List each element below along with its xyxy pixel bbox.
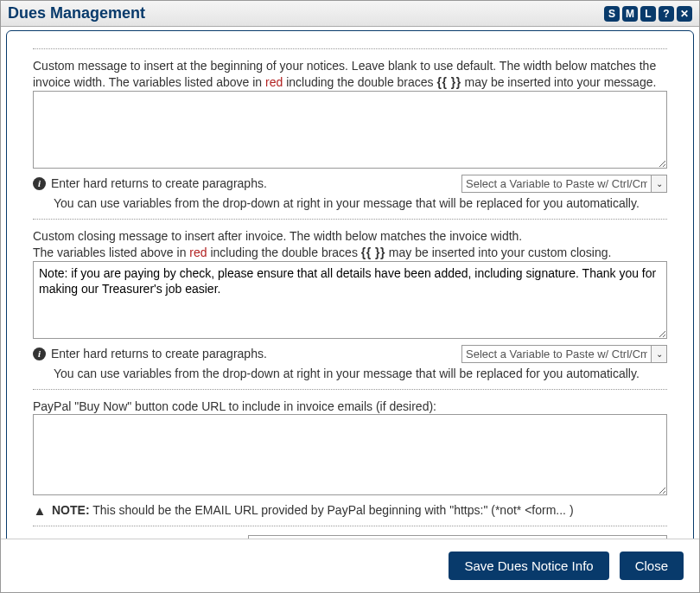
closing-message-info-row: i Enter hard returns to create paragraph… [33,345,667,363]
custom-message-variable-select[interactable]: Select a Variable to Paste w/ Ctrl/Cmd-V [461,175,652,193]
chevron-down-icon[interactable]: ⌄ [652,175,667,193]
divider [33,526,667,526]
size-l-button[interactable]: L [640,6,656,22]
text: may be inserted into your message. [461,75,657,89]
variable-select-wrap: Select a Variable to Paste w/ Ctrl/Cmd-V… [461,345,667,363]
titlebar: Dues Management S M L ? ✕ [1,1,699,27]
note-text: This should be the EMAIL URL provided by… [90,503,574,517]
text-braces: {{ }} [436,75,461,89]
divider [33,48,667,49]
size-s-button[interactable]: S [604,6,620,22]
custom-message-textarea[interactable] [33,91,667,169]
variable-select-wrap: Select a Variable to Paste w/ Ctrl/Cmd-V… [461,175,667,193]
text-braces: {{ }} [361,245,385,259]
text: including the double braces [283,75,436,89]
text-red: red [189,245,207,259]
text: The variables listed above in [33,245,189,259]
note-strong: NOTE: [52,503,90,517]
close-button[interactable]: Close [620,552,684,580]
closing-message-variable-select[interactable]: Select a Variable to Paste w/ Ctrl/Cmd-V [461,345,652,363]
closing-message-intro: Custom closing message to insert after i… [33,228,667,261]
hint-text: Enter hard returns to create paragraphs. [51,176,267,190]
form-panel: Custom message to insert at the beginnin… [6,30,694,539]
text-red: red [265,75,283,89]
paypal-url-textarea[interactable] [33,414,667,495]
help-button[interactable]: ? [659,6,674,22]
save-button[interactable]: Save Dues Notice Info [449,552,608,580]
divider [33,389,667,390]
custom-message-intro: Custom message to insert at the beginnin… [33,58,667,91]
custom-message-info-row: i Enter hard returns to create paragraph… [33,175,667,193]
custom-message-subnote: You can use variables from the drop-down… [54,196,667,210]
dues-management-window: Dues Management S M L ? ✕ Custom message… [0,0,700,593]
paypal-label: PayPal "Buy Now" button code URL to incl… [33,399,667,415]
footer: Save Dues Notice Info Close [1,539,699,592]
hint-text: Enter hard returns to create paragraphs. [51,347,267,360]
titlebar-close-button[interactable]: ✕ [677,6,692,22]
info-icon: i [33,177,46,190]
paypal-note: ▲ NOTE: This should be the EMAIL URL pro… [33,503,667,517]
window-title: Dues Management [8,4,145,22]
text: including the double braces [207,245,361,259]
size-m-button[interactable]: M [622,6,638,22]
closing-message-textarea[interactable] [33,261,667,339]
content-scroll[interactable]: Custom message to insert at the beginnin… [1,27,699,539]
titlebar-actions: S M L ? ✕ [604,6,692,22]
chevron-down-icon[interactable]: ⌄ [652,345,667,363]
divider [33,219,667,220]
text: may be inserted into your custom closing… [385,245,611,259]
warning-icon: ▲ [33,503,47,517]
closing-message-subnote: You can use variables from the drop-down… [54,367,667,380]
text: Custom closing message to insert after i… [33,229,522,243]
info-icon: i [33,348,46,360]
